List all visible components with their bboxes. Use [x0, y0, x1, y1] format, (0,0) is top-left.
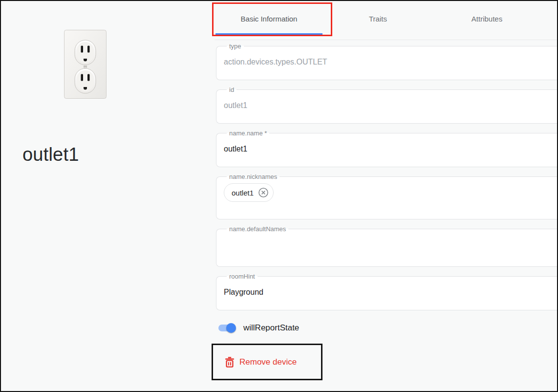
will-report-state-toggle[interactable] [218, 325, 235, 331]
nicknames-field[interactable]: name.nicknames outlet1 [216, 174, 558, 219]
tab-basic-information[interactable]: Basic Information [215, 1, 323, 36]
tab-basic-information-label: Basic Information [241, 15, 298, 23]
tab-bar: Basic Information Traits Attributes [215, 1, 558, 36]
tab-attributes-label: Attributes [472, 15, 502, 23]
will-report-state-row: willReportState [218, 323, 558, 333]
default-names-field[interactable]: name.defaultNames [216, 226, 558, 267]
device-title: outlet1 [22, 144, 79, 165]
nicknames-field-label: name.nicknames [227, 174, 279, 180]
type-field-label: type [227, 43, 244, 49]
id-field: id outlet1 [216, 87, 558, 124]
chip-cancel-icon[interactable] [258, 187, 269, 198]
room-hint-field[interactable]: roomHint Playground [216, 273, 558, 310]
nickname-chip[interactable]: outlet1 [224, 183, 274, 202]
nickname-chip-label: outlet1 [232, 189, 254, 197]
id-field-value: outlet1 [224, 101, 558, 110]
id-field-label: id [227, 87, 236, 93]
trash-icon [225, 357, 235, 368]
tab-traits[interactable]: Traits [323, 1, 432, 36]
active-tab-indicator [215, 33, 322, 35]
basic-information-form: type action.devices.types.OUTLET id outl… [215, 40, 558, 380]
default-names-field-label: name.defaultNames [227, 226, 288, 232]
remove-device-label: Remove device [239, 357, 297, 367]
outlet-socket-top [75, 40, 96, 65]
type-field: type action.devices.types.OUTLET [216, 43, 558, 80]
device-preview-pane: outlet1 [1, 1, 215, 391]
name-field-value[interactable]: outlet1 [224, 145, 558, 153]
remove-device-button[interactable]: Remove device [225, 357, 297, 368]
will-report-state-label: willReportState [243, 323, 299, 333]
name-field-label: name.name * [227, 130, 269, 136]
device-form-pane: Basic Information Traits Attributes type… [215, 1, 558, 391]
tab-traits-label: Traits [369, 15, 387, 23]
name-field[interactable]: name.name * outlet1 [216, 130, 558, 167]
room-hint-field-label: roomHint [227, 273, 258, 280]
type-field-value: action.devices.types.OUTLET [224, 58, 558, 66]
outlet-photo [64, 30, 107, 99]
outlet-socket-bottom [75, 68, 96, 93]
annotation-black-box: Remove device [212, 344, 322, 380]
device-editor-window: outlet1 Basic Information Traits Attribu… [0, 0, 558, 392]
toggle-knob [226, 323, 236, 333]
tab-attributes[interactable]: Attributes [432, 1, 541, 36]
room-hint-field-value[interactable]: Playground [224, 288, 558, 297]
